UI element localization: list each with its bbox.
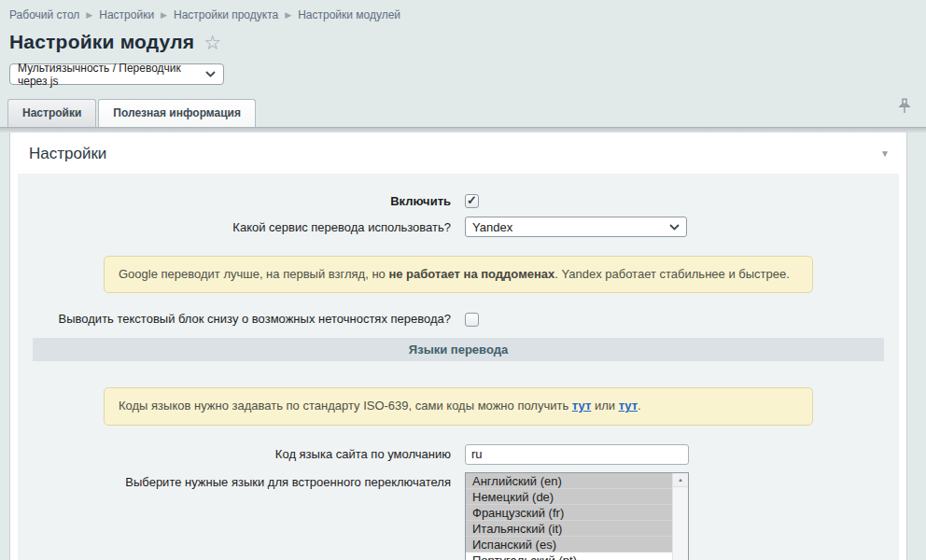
form-row-bottom-block: Выводить текстовый блок снизу о возможны…: [18, 310, 899, 327]
tab-bar: Настройки Полезная информация: [7, 100, 926, 127]
breadcrumb-separator-icon: ▶: [161, 10, 167, 20]
iso-codes-link-1[interactable]: тут: [572, 399, 591, 413]
languages-listbox[interactable]: Английский (en)Немецкий (de)Французский …: [465, 472, 689, 560]
tab-settings[interactable]: Настройки: [7, 99, 96, 127]
breadcrumb-item-product-settings[interactable]: Настройки продукта: [174, 8, 278, 21]
listbox-option[interactable]: Немецкий (de): [466, 489, 672, 505]
section-header: Настройки ▼: [10, 133, 906, 174]
bottom-block-label: Выводить текстовый блок снизу о возможны…: [18, 312, 458, 326]
listbox-option[interactable]: Французский (fr): [466, 505, 672, 521]
section-title: Настройки: [29, 145, 106, 162]
form-row-enable: Включить: [18, 192, 899, 209]
breadcrumb-item-desktop[interactable]: Рабочий стол: [9, 8, 79, 21]
settings-form: Включить Какой сервис перевода использов…: [18, 174, 899, 560]
breadcrumb: Рабочий стол▶Настройки▶Настройки продукт…: [0, 0, 926, 21]
favorite-star-icon[interactable]: ☆: [203, 33, 221, 52]
service-label: Какой сервис перевода использовать?: [18, 220, 458, 234]
module-select-value: Мультиязычность / Переводчик через js: [18, 62, 205, 88]
service-select[interactable]: Yandex: [465, 217, 687, 237]
enable-checkbox[interactable]: [465, 194, 479, 208]
bottom-block-checkbox[interactable]: [465, 313, 479, 327]
listbox-scrollbar[interactable]: ▲: [672, 473, 688, 560]
languages-section-header: Языки перевода: [33, 338, 884, 361]
form-row-languages: Выберите нужные языки для встроенного пе…: [18, 472, 899, 560]
iso-codes-note: Коды языков нужно задавать по стандарту …: [104, 387, 813, 425]
breadcrumb-separator-icon: ▶: [86, 10, 92, 20]
breadcrumb-separator-icon: ▶: [285, 10, 291, 20]
default-lang-input[interactable]: [465, 444, 689, 465]
iso-codes-link-2[interactable]: тут: [619, 399, 638, 413]
chevron-down-icon: [669, 224, 680, 231]
breadcrumb-item-module-settings[interactable]: Настройки модулей: [298, 8, 400, 21]
listbox-option[interactable]: Испанский (es): [466, 537, 672, 553]
default-lang-label: Код языка сайта по умолчанию: [18, 447, 458, 461]
page-title: Настройки модуля: [9, 31, 194, 53]
chevron-down-icon: [205, 71, 216, 77]
listbox-option[interactable]: Португальский (pt): [466, 553, 672, 560]
languages-label: Выберите нужные языки для встроенного пе…: [18, 472, 458, 489]
form-row-default-lang: Код языка сайта по умолчанию: [18, 444, 899, 465]
listbox-option[interactable]: Итальянский (it): [466, 521, 672, 537]
tab-useful-info[interactable]: Полезная информация: [98, 99, 256, 127]
service-select-value: Yandex: [472, 220, 512, 234]
listbox-option[interactable]: Английский (en): [466, 473, 672, 489]
scroll-up-icon[interactable]: ▲: [673, 473, 688, 487]
module-settings-page: Рабочий стол▶Настройки▶Настройки продукт…: [0, 0, 926, 560]
enable-label: Включить: [18, 194, 458, 208]
service-info-note: Google переводит лучше, на первый взгляд…: [104, 256, 813, 293]
settings-panel: Настройки ▼ Включить Какой сервис перево…: [9, 133, 907, 560]
form-row-service: Какой сервис перевода использовать? Yand…: [18, 217, 899, 237]
breadcrumb-item-settings[interactable]: Настройки: [99, 8, 154, 21]
listbox-options: Английский (en)Немецкий (de)Французский …: [466, 473, 672, 560]
collapse-section-icon[interactable]: ▼: [880, 148, 890, 159]
module-select[interactable]: Мультиязычность / Переводчик через js: [9, 63, 224, 85]
pin-icon[interactable]: [899, 98, 910, 114]
